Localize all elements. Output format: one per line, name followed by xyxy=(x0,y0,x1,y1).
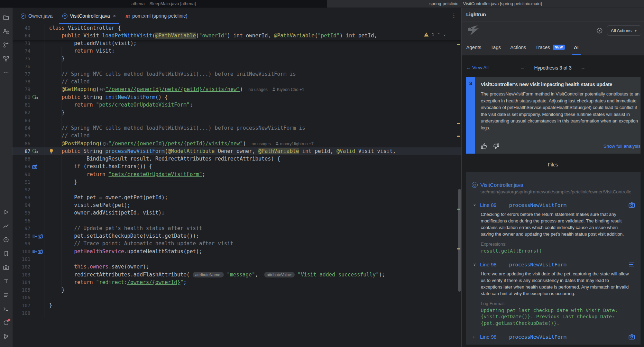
code-line[interactable]: 75 } xyxy=(12,55,461,62)
line-reference[interactable]: Line 98 xyxy=(480,262,509,267)
action-entry-header[interactable]: ›Line 98processNewVisitForm xyxy=(472,334,635,340)
lines-icon[interactable] xyxy=(1,290,11,300)
line-number[interactable]: 107 xyxy=(12,302,30,309)
thumbs-up-icon[interactable] xyxy=(481,143,487,149)
line-number[interactable]: 78 xyxy=(12,78,30,85)
code-line[interactable]: 90 return "pets/createOrUpdateVisitForm"… xyxy=(12,171,461,178)
line-number[interactable]: 87 xyxy=(12,147,30,155)
next-hypothesis-icon[interactable]: → xyxy=(581,65,586,71)
lightrun-tab-tags[interactable]: Tags xyxy=(491,39,501,55)
line-number[interactable]: 79 xyxy=(12,85,30,93)
line-number[interactable]: 40 xyxy=(12,24,30,32)
line-number[interactable]: 101 xyxy=(12,255,30,263)
line-reference[interactable]: Line 89 xyxy=(480,202,509,208)
snapshot-camera-icon[interactable] xyxy=(628,334,635,340)
next-problem-icon[interactable]: ⌄ xyxy=(443,32,446,37)
code-line[interactable]: 98 pet.setLastCheckupDate(visit.getDate(… xyxy=(12,232,461,240)
notifications-icon[interactable] xyxy=(1,318,11,328)
line-number[interactable]: 76 xyxy=(12,63,30,70)
code-line[interactable]: 91 } xyxy=(12,178,461,186)
line-number[interactable]: 88 xyxy=(12,155,30,163)
line-number[interactable]: 104 xyxy=(12,278,30,286)
line-number[interactable]: 106 xyxy=(12,294,30,301)
line-number[interactable]: 91 xyxy=(12,178,30,186)
line-number[interactable]: 94 xyxy=(12,201,30,209)
target-icon[interactable] xyxy=(1,235,11,245)
chevron-right-icon[interactable]: › xyxy=(473,335,480,339)
line-number[interactable]: 95 xyxy=(12,209,30,217)
lightrun-tab-actions[interactable]: Actions xyxy=(510,39,526,55)
sticky-code-line[interactable]: 64 public Visit loadPetWithVisit(@PathVa… xyxy=(12,32,461,39)
code-line[interactable]: 74 return visit; xyxy=(12,47,461,55)
snapshot-camera-icon[interactable] xyxy=(38,249,43,254)
code-line[interactable]: 83 xyxy=(12,117,461,124)
line-number[interactable]: 75 xyxy=(12,55,30,62)
show-full-analysis-link[interactable]: Show full analysis xyxy=(604,144,641,149)
code-line[interactable]: 87 public String processNewVisitForm(@Mo… xyxy=(12,147,461,155)
code-line[interactable]: 86 @PostMapping(∨"/owners/{ownerId}/pets… xyxy=(12,140,461,147)
line-number[interactable]: 84 xyxy=(12,124,30,132)
line-number[interactable]: 103 xyxy=(12,271,30,278)
line-number[interactable]: 74 xyxy=(12,47,30,55)
snapshot-camera-icon[interactable] xyxy=(38,234,43,239)
code-line[interactable]: 81 return "pets/createOrUpdateVisitForm"… xyxy=(12,101,461,109)
folder-icon[interactable] xyxy=(1,12,11,22)
code-line[interactable]: 105 } xyxy=(12,286,461,294)
users-help-icon[interactable]: ? xyxy=(1,26,11,36)
url-globe-icon[interactable]: ∨ xyxy=(99,86,105,92)
code-line[interactable]: 103 redirectAttributes.addFlashAttribute… xyxy=(12,271,461,278)
line-number[interactable]: 89 xyxy=(12,163,30,170)
visibility-icon[interactable] xyxy=(596,27,603,34)
snapshot-camera-icon[interactable] xyxy=(628,202,635,208)
line-number[interactable]: 64 xyxy=(12,32,30,39)
tab-pom-xml[interactable]: m pom.xml (spring-petclinic) xyxy=(121,8,192,24)
close-icon[interactable]: × xyxy=(113,13,116,19)
line-number[interactable]: 93 xyxy=(12,194,30,201)
terminal-icon[interactable] xyxy=(1,304,11,314)
code-line[interactable]: 94 visit.setPet(pet); xyxy=(12,201,461,209)
code-line[interactable]: 100 petHealthService.updateHealthStatus(… xyxy=(12,248,461,255)
chevron-down-icon[interactable]: ∨ xyxy=(473,262,480,267)
line-number[interactable]: 83 xyxy=(12,117,30,124)
code-line[interactable]: 104 return "redirect:/owners/{ownerId}"; xyxy=(12,278,461,286)
line-number[interactable]: 100 xyxy=(12,248,30,255)
code-line[interactable]: 82 } xyxy=(12,109,461,116)
text-icon[interactable] xyxy=(1,276,11,286)
prev-hypothesis-icon[interactable]: ← xyxy=(520,65,525,71)
lightrun-snapshot-icon[interactable] xyxy=(32,94,38,100)
log-lines-icon[interactable] xyxy=(628,262,635,267)
snapshot-camera-icon[interactable] xyxy=(32,164,38,169)
line-number[interactable]: 105 xyxy=(12,286,30,294)
commit-icon[interactable] xyxy=(1,40,11,50)
tab-owner-java[interactable]: C Owner.java xyxy=(16,8,57,24)
line-number[interactable]: 97 xyxy=(12,225,30,232)
lightrun-tab-traces[interactable]: TracesNEW xyxy=(535,39,565,55)
action-entry-header[interactable]: ∨Line 98processNewVisitForm xyxy=(472,262,635,267)
code-line[interactable]: 101 xyxy=(12,255,461,263)
lightrun-tab-ai[interactable]: AI xyxy=(574,39,579,55)
author-hint[interactable]: maoryf-lightrun +7 xyxy=(276,141,314,146)
run-icon[interactable] xyxy=(1,207,11,217)
scroll-mark[interactable] xyxy=(457,123,460,124)
code-line[interactable]: 102 this.owners.save(owner); xyxy=(12,263,461,271)
code-line[interactable]: 76 xyxy=(12,63,461,70)
more-icon[interactable] xyxy=(1,68,11,77)
line-number[interactable]: 85 xyxy=(12,132,30,139)
author-hint[interactable]: Kiyeon Cho +1 xyxy=(273,87,304,92)
code-line[interactable]: 97 // Update pet's health status after v… xyxy=(12,225,461,232)
line-number[interactable]: 108 xyxy=(12,309,30,317)
code-line[interactable]: 77 // Spring MVC calls method loadPetWit… xyxy=(12,70,461,78)
line-number[interactable]: 92 xyxy=(12,186,30,193)
code-editor[interactable]: 73 pet.addVisit(visit);74 return visit;7… xyxy=(12,24,461,347)
camera-icon[interactable] xyxy=(1,263,11,272)
tab-visitcontroller-java[interactable]: C VisitController.java × xyxy=(57,8,121,24)
line-number[interactable]: 82 xyxy=(12,109,30,116)
intention-bulb-icon[interactable] xyxy=(49,148,54,155)
code-line[interactable]: 95 owner.addVisit(petId, visit); xyxy=(12,209,461,217)
log-action-icon[interactable] xyxy=(32,249,37,254)
line-number[interactable]: 86 xyxy=(12,140,30,147)
editor-scrollbar[interactable] xyxy=(456,24,461,347)
line-number[interactable]: 98 xyxy=(12,232,30,240)
code-line[interactable]: 80 public String initNewVisitForm() { xyxy=(12,93,461,101)
code-line[interactable]: 106 xyxy=(12,294,461,301)
